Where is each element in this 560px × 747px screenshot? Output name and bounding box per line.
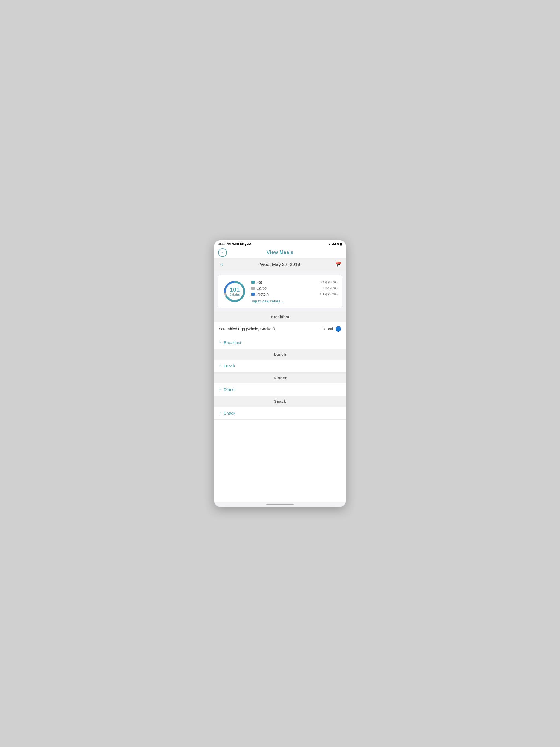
prev-date-button[interactable]: < [219, 262, 225, 268]
chevron-down-icon: ⌄ [282, 299, 285, 303]
fat-row: Fat 7.5g (68%) [251, 280, 338, 284]
dinner-header: Dinner [214, 373, 346, 383]
back-button[interactable]: ‹ [218, 248, 227, 257]
add-breakfast-button[interactable]: + Breakfast [214, 336, 346, 349]
fire-icon: 🔵 [335, 326, 341, 332]
add-breakfast-label: Breakfast [224, 340, 241, 345]
carbs-row: Carbs 1.3g (5%) [251, 286, 338, 290]
battery-icon: ▮ [340, 242, 342, 246]
add-dinner-icon: + [219, 387, 222, 392]
lunch-header-text: Lunch [274, 352, 286, 357]
add-breakfast-icon: + [219, 340, 222, 345]
home-indicator-bar [266, 504, 294, 505]
food-item-calories: 101 cal [321, 327, 333, 331]
date-header: < Wed, May 22, 2019 📅 [214, 258, 346, 271]
protein-value: 6.8g (27%) [320, 292, 338, 296]
food-item-right: 101 cal 🔵 [321, 326, 341, 332]
add-dinner-button[interactable]: + Dinner [214, 383, 346, 396]
fat-value: 7.5g (68%) [320, 280, 338, 284]
calendar-icon[interactable]: 📅 [335, 262, 341, 268]
fat-dot [251, 281, 255, 284]
lunch-header: Lunch [214, 349, 346, 360]
fat-label: Fat [256, 280, 262, 284]
snack-header: Snack [214, 396, 346, 407]
lunch-section: Lunch + Lunch [214, 349, 346, 373]
battery-text: 33% [332, 242, 339, 246]
breakfast-header: Breakfast [214, 312, 346, 322]
food-item-scrambled-egg[interactable]: Scrambled Egg (Whole, Cooked) 101 cal 🔵 [214, 322, 346, 336]
current-date: Wed, May 22, 2019 [228, 262, 332, 267]
protein-row: Protein 6.8g (27%) [251, 292, 338, 297]
status-time: 1:11 PM [218, 242, 230, 246]
snack-header-text: Snack [274, 399, 286, 404]
tap-to-view-details-button[interactable]: Tap to view details ⌄ [251, 299, 338, 303]
back-icon: ‹ [222, 251, 223, 255]
protein-label: Protein [256, 292, 269, 297]
nav-bar: ‹ View Meals [214, 247, 346, 258]
add-snack-icon: + [219, 410, 222, 416]
breakfast-section: Breakfast Scrambled Egg (Whole, Cooked) … [214, 312, 346, 349]
dinner-header-text: Dinner [274, 376, 286, 380]
protein-dot [251, 292, 255, 296]
wifi-icon: ▲ [328, 242, 331, 246]
add-lunch-label: Lunch [224, 364, 235, 368]
add-snack-button[interactable]: + Snack [214, 407, 346, 420]
carbs-label: Carbs [256, 286, 266, 290]
add-lunch-button[interactable]: + Lunch [214, 360, 346, 373]
calories-label: Calories [230, 293, 240, 297]
food-item-name: Scrambled Egg (Whole, Cooked) [219, 327, 275, 331]
dinner-section: Dinner + Dinner [214, 373, 346, 396]
calories-number: 101 [230, 287, 240, 293]
page-title: View Meals [266, 250, 294, 255]
tap-details-label: Tap to view details [251, 299, 280, 303]
device-frame: 1:11 PM Wed May 22 ▲ 33% ▮ ‹ View Meals … [214, 240, 346, 507]
status-date: Wed May 22 [232, 242, 251, 246]
home-indicator [214, 502, 346, 507]
calorie-center: 101 Calories [230, 287, 240, 296]
add-lunch-icon: + [219, 363, 222, 369]
calorie-donut-chart: 101 Calories [222, 279, 247, 304]
status-bar: 1:11 PM Wed May 22 ▲ 33% ▮ [214, 240, 346, 247]
carbs-value: 1.3g (5%) [322, 286, 338, 290]
breakfast-header-text: Breakfast [271, 314, 289, 319]
macro-legend: Fat 7.5g (68%) Carbs 1.3g (5%) Protein 6… [251, 280, 338, 303]
summary-card: 101 Calories Fat 7.5g (68%) Carbs 1.3g (… [218, 275, 342, 308]
snack-section: Snack + Snack [214, 396, 346, 420]
carbs-dot [251, 287, 255, 290]
add-dinner-label: Dinner [224, 387, 236, 392]
add-snack-label: Snack [224, 411, 235, 415]
empty-space [214, 420, 346, 502]
